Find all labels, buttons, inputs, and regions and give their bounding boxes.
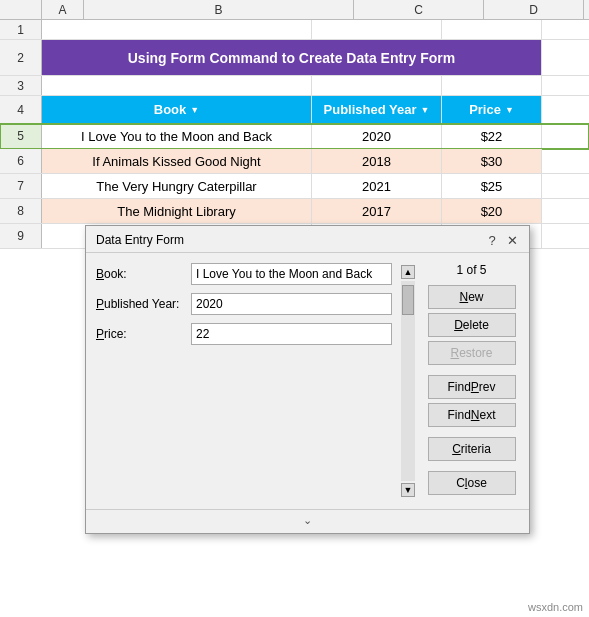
cell-book-4[interactable]: The Midnight Library	[42, 199, 312, 223]
col-header-a: A	[42, 0, 84, 19]
table-row[interactable]: 7 The Very Hungry Caterpillar 2021 $25	[0, 174, 589, 199]
row-num: 2	[0, 40, 42, 75]
dialog-action-area: 1 of 5 New Delete Restore Find Prev Find…	[424, 263, 519, 499]
row-num: 4	[0, 96, 42, 123]
cell-book-1[interactable]: I Love You to the Moon and Back	[42, 124, 312, 148]
dialog-bottom-scroll: ⌄	[86, 509, 529, 533]
cell[interactable]	[42, 20, 312, 39]
header-corner	[0, 0, 42, 19]
table-row[interactable]: 8 The Midnight Library 2017 $20	[0, 199, 589, 224]
rows-container: 1 2 Using Form Command to Create Data En…	[0, 20, 589, 249]
row-num: 7	[0, 174, 42, 198]
col-header-b: B	[84, 0, 354, 19]
cell-year-2[interactable]: 2018	[312, 149, 442, 173]
dialog-help-button[interactable]: ?	[483, 232, 501, 248]
col-price-header[interactable]: Price ▼	[442, 96, 542, 123]
year-input[interactable]	[191, 293, 392, 315]
cell[interactable]	[442, 76, 542, 95]
column-headers: A B C D	[0, 0, 589, 20]
table-row: 1	[0, 20, 589, 40]
dialog-content: Book: Published Year: Price: ▲ ▼	[86, 253, 529, 509]
table-row: 4 Book ▼ Published Year ▼ Price ▼	[0, 96, 589, 124]
cell-price-4[interactable]: $20	[442, 199, 542, 223]
col-header-d: D	[484, 0, 584, 19]
book-field-label: Book:	[96, 267, 191, 281]
col-price-label: Price	[469, 102, 501, 117]
row-num: 3	[0, 76, 42, 95]
table-row[interactable]: 5 I Love You to the Moon and Back 2020 $…	[0, 124, 589, 149]
dialog-fields: Book: Published Year: Price:	[96, 263, 392, 499]
close-dialog-button[interactable]: Close	[428, 471, 516, 495]
year-dropdown-icon[interactable]: ▼	[421, 105, 430, 115]
book-dropdown-icon[interactable]: ▼	[190, 105, 199, 115]
col-year-header[interactable]: Published Year ▼	[312, 96, 442, 123]
table-row: 2 Using Form Command to Create Data Entr…	[0, 40, 589, 76]
row-num: 5	[0, 124, 42, 148]
data-entry-dialog: Data Entry Form ? ✕ Book: Published Year…	[85, 225, 530, 534]
row-num: 1	[0, 20, 42, 39]
cell-year-1[interactable]: 2020	[312, 124, 442, 148]
dialog-title: Data Entry Form	[96, 233, 184, 247]
cell[interactable]	[312, 76, 442, 95]
spreadsheet: A B C D 1 2 Using Form Command to Create…	[0, 0, 589, 617]
col-book-header[interactable]: Book ▼	[42, 96, 312, 123]
dialog-close-icon-button[interactable]: ✕	[503, 232, 521, 248]
price-dropdown-icon[interactable]: ▼	[505, 105, 514, 115]
price-field-label: Price:	[96, 327, 191, 341]
book-input[interactable]	[191, 263, 392, 285]
scroll-thumb[interactable]	[402, 285, 414, 315]
new-button[interactable]: New	[428, 285, 516, 309]
cell[interactable]	[442, 20, 542, 39]
table-row: 3	[0, 76, 589, 96]
cell-year-4[interactable]: 2017	[312, 199, 442, 223]
scroll-up-arrow[interactable]: ▲	[401, 265, 415, 279]
year-field-row: Published Year:	[96, 293, 392, 315]
cell-price-1[interactable]: $22	[442, 124, 542, 148]
scroll-track[interactable]	[401, 281, 415, 481]
spreadsheet-title: Using Form Command to Create Data Entry …	[42, 40, 542, 75]
cell[interactable]	[42, 76, 312, 95]
bottom-scroll-icon[interactable]: ⌄	[303, 514, 312, 527]
record-counter: 1 of 5	[424, 263, 519, 277]
restore-button[interactable]: Restore	[428, 341, 516, 365]
cell[interactable]	[312, 20, 442, 39]
cell-price-2[interactable]: $30	[442, 149, 542, 173]
cell-book-2[interactable]: If Animals Kissed Good Night	[42, 149, 312, 173]
price-field-row: Price:	[96, 323, 392, 345]
row-num: 8	[0, 199, 42, 223]
find-next-button[interactable]: Find Next	[428, 403, 516, 427]
row-num: 6	[0, 149, 42, 173]
price-input[interactable]	[191, 323, 392, 345]
find-prev-button[interactable]: Find Prev	[428, 375, 516, 399]
year-field-label: Published Year:	[96, 297, 191, 311]
dialog-title-buttons: ? ✕	[483, 232, 521, 248]
cell-year-3[interactable]: 2021	[312, 174, 442, 198]
col-header-c: C	[354, 0, 484, 19]
delete-button[interactable]: Delete	[428, 313, 516, 337]
col-year-label: Published Year	[324, 102, 417, 117]
row-num: 9	[0, 224, 42, 248]
col-book-label: Book	[154, 102, 187, 117]
book-field-row: Book:	[96, 263, 392, 285]
criteria-button[interactable]: Criteria	[428, 437, 516, 461]
dialog-titlebar: Data Entry Form ? ✕	[86, 226, 529, 253]
scroll-down-arrow[interactable]: ▼	[401, 483, 415, 497]
dialog-scrollbar[interactable]: ▲ ▼	[400, 263, 416, 499]
table-row[interactable]: 6 If Animals Kissed Good Night 2018 $30	[0, 149, 589, 174]
watermark: wsxdn.com	[528, 601, 583, 613]
cell-book-3[interactable]: The Very Hungry Caterpillar	[42, 174, 312, 198]
cell-price-3[interactable]: $25	[442, 174, 542, 198]
